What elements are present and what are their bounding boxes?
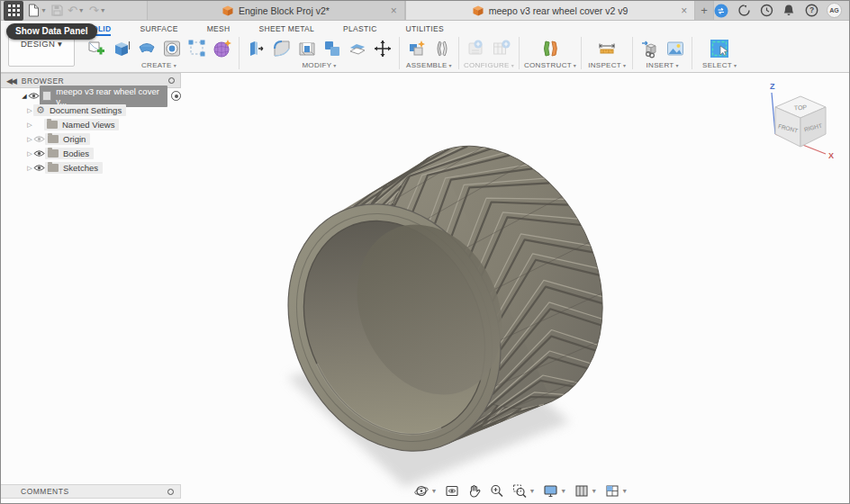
group-label-select[interactable]: SELECT (702, 61, 737, 69)
insert-derive-button[interactable] (638, 36, 662, 60)
group-label-inspect[interactable]: INSPECT (588, 61, 626, 69)
create-form-button[interactable] (210, 36, 234, 60)
help-icon: ? (805, 4, 818, 17)
new-component-button[interactable] (404, 36, 429, 60)
document-tab-meepo[interactable]: meepo v3 rear wheel cover v2 v9 × (405, 1, 695, 20)
visibility-eye-icon[interactable] (28, 92, 40, 100)
document-cube-icon (222, 5, 233, 16)
browser-item-sketches[interactable]: ▷ Sketches (26, 161, 181, 175)
collapse-panel-icon[interactable]: ◀◀ (6, 76, 15, 86)
visibility-eye-icon[interactable] (33, 135, 45, 143)
zoom-button[interactable] (487, 482, 506, 500)
document-tab-engine-block[interactable]: Engine Block Proj v2* × (147, 1, 405, 20)
job-status-button[interactable] (714, 4, 728, 18)
extensions-button[interactable] (737, 4, 751, 18)
viewport-canvas[interactable]: ◀◀ BROWSER ◢ meepo v3 rear wheel cover v… (1, 73, 849, 504)
offset-face-button[interactable] (345, 36, 369, 60)
viewcube-cube[interactable]: TOP FRONT RIGHT (775, 96, 826, 147)
pan-button[interactable] (465, 482, 484, 500)
group-label-construct[interactable]: CONSTRUCT (524, 61, 576, 69)
expand-icon[interactable]: ▷ (26, 165, 33, 172)
joint-button[interactable] (430, 36, 454, 60)
close-tab-icon[interactable]: × (681, 5, 687, 16)
data-panel-toggle-button[interactable] (4, 1, 23, 21)
group-construct: CONSTRUCT (524, 36, 576, 69)
orbit-button[interactable]: ▼ (411, 482, 439, 500)
expand-icon[interactable]: ▷ (26, 122, 33, 129)
insert-canvas-button[interactable] (663, 36, 687, 60)
fusion360-window: ▼ ↶▼ ↷▼ Engine Block Proj (0, 0, 850, 504)
close-tab-icon[interactable]: × (391, 5, 397, 16)
grid-snaps-button[interactable]: ▼ (572, 482, 599, 500)
activate-component-radio[interactable] (171, 91, 181, 101)
undo-icon: ↶ (68, 4, 77, 17)
viewports-button[interactable]: ▼ (602, 482, 629, 500)
browser-item-bodies[interactable]: ▷ Bodies (26, 147, 181, 160)
configuration-button[interactable] (464, 36, 488, 60)
revolve-icon (137, 39, 157, 58)
insert-image-icon (665, 39, 685, 58)
ribbon-tab-sheet-metal[interactable]: SHEET METAL (259, 24, 315, 36)
panel-options-icon[interactable] (167, 489, 174, 495)
select-button[interactable] (708, 36, 732, 60)
press-pull-button[interactable] (244, 36, 268, 60)
file-menu-button[interactable]: ▼ (28, 2, 47, 20)
hole-button[interactable] (159, 36, 184, 60)
ribbon-tab-plastic[interactable]: PLASTIC (343, 24, 377, 36)
panel-options-icon[interactable] (168, 77, 175, 84)
expand-collapse-icon[interactable]: ◢ (21, 93, 28, 100)
group-label-insert[interactable]: INSERT (647, 61, 679, 69)
expand-icon[interactable]: ▷ (26, 136, 33, 143)
titlebar: ▼ ↶▼ ↷▼ Engine Block Proj (1, 1, 849, 21)
group-create: CREATE (84, 36, 234, 69)
group-label-configure[interactable]: CONFIGURE (464, 61, 514, 69)
select-icon (709, 38, 730, 59)
configuration-table-button[interactable] (489, 36, 513, 60)
ribbon-tab-surface[interactable]: SURFACE (140, 24, 177, 36)
revolve-button[interactable] (134, 36, 158, 60)
expand-icon[interactable]: ▷ (26, 150, 33, 158)
save-button[interactable] (51, 2, 63, 20)
document-tab-title: Engine Block Proj v2* (239, 5, 330, 16)
ribbon-tab-utilities[interactable]: UTILITIES (406, 24, 444, 36)
comments-panel[interactable]: COMMENTS (1, 484, 181, 499)
browser-title: BROWSER (22, 76, 168, 86)
display-settings-button[interactable]: ▼ (540, 482, 568, 500)
move-copy-button[interactable] (370, 36, 394, 60)
help-button[interactable]: ? (804, 4, 818, 18)
viewcube-face-top[interactable]: TOP (794, 104, 808, 111)
form-icon (212, 39, 232, 58)
document-tab-title: meepo v3 rear wheel cover v2 v9 (489, 5, 628, 16)
extrude-icon (112, 39, 131, 58)
create-sketch-button[interactable] (84, 36, 108, 60)
browser-item-named-views[interactable]: ▷ Named Views (26, 118, 181, 131)
construct-plane-button[interactable] (538, 36, 563, 60)
user-avatar[interactable]: AG (827, 3, 842, 18)
measure-button[interactable] (595, 36, 619, 60)
redo-button[interactable]: ↷▼ (89, 2, 106, 20)
zoom-window-button[interactable]: ▼ (510, 482, 537, 500)
ribbon-tab-mesh[interactable]: MESH (207, 24, 231, 36)
shell-button[interactable] (294, 36, 319, 60)
group-label-modify[interactable]: MODIFY (302, 61, 336, 69)
orbit-caret: ▼ (430, 488, 437, 494)
look-at-button[interactable] (442, 482, 461, 500)
new-component-icon (407, 39, 427, 58)
fillet-button[interactable] (269, 36, 294, 60)
extrude-button[interactable] (109, 36, 133, 60)
group-label-assemble[interactable]: ASSEMBLE (406, 61, 452, 69)
visibility-eye-icon[interactable] (33, 164, 45, 172)
notifications-button[interactable] (782, 4, 796, 18)
notification-center-button[interactable] (759, 4, 773, 18)
view-cube[interactable]: Z X TOP FRONT RIGHT (757, 76, 840, 163)
rectangular-pattern-button[interactable] (185, 36, 209, 60)
new-tab-button[interactable]: + (695, 1, 714, 20)
browser-root-item[interactable]: ◢ meepo v3 rear wheel cover v... (21, 89, 181, 103)
expand-icon[interactable]: ▷ (26, 107, 33, 114)
browser-item-origin[interactable]: ▷ Origin (26, 132, 181, 146)
combine-button[interactable] (320, 36, 344, 60)
undo-button[interactable]: ↶▼ (68, 2, 85, 20)
ribbon-body: CREATE (1, 36, 849, 72)
visibility-eye-icon[interactable] (33, 149, 45, 158)
group-label-create[interactable]: CREATE (141, 61, 176, 69)
